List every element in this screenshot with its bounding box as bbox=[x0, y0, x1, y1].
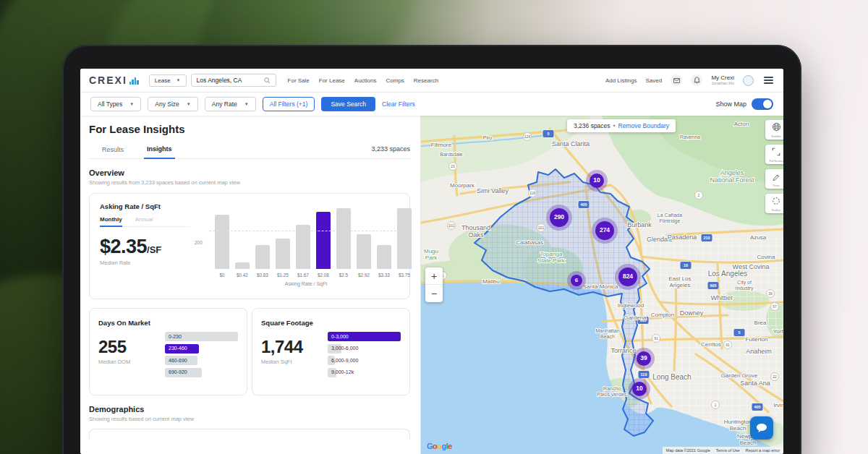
chat-button[interactable] bbox=[750, 416, 773, 440]
map-city-label: Yorba bbox=[773, 328, 783, 335]
tab-insights[interactable]: Insights bbox=[144, 145, 175, 159]
map-zoom-control: + − bbox=[425, 267, 443, 302]
map-city-label: Covina bbox=[757, 254, 775, 260]
filter-dropdown-all-types[interactable]: All Types▼ bbox=[90, 97, 141, 111]
location-search-input[interactable]: Los Angeles, CA bbox=[191, 74, 276, 87]
saved-link[interactable]: Saved bbox=[646, 77, 663, 84]
map-canvas[interactable]: 1265231181011014051221010605539579191105… bbox=[421, 116, 783, 454]
histogram-x-tick: $3.33 bbox=[377, 273, 391, 278]
messages-button[interactable] bbox=[671, 74, 682, 86]
map-tool-full-screen[interactable]: Full Screen bbox=[765, 145, 783, 164]
map-cluster-marker[interactable]: 274 bbox=[592, 218, 618, 244]
remove-boundary-link[interactable]: Remove Boundary bbox=[618, 122, 669, 129]
terms-of-use-link[interactable]: Terms of Use bbox=[716, 448, 740, 453]
shield-label: 57 bbox=[773, 304, 777, 309]
histogram-bar[interactable] bbox=[255, 245, 270, 269]
map-city-label: Calabasas bbox=[516, 239, 543, 246]
chevron-down-icon: ▼ bbox=[244, 102, 249, 106]
filter-label: Any Size bbox=[155, 100, 179, 108]
zoom-in-button[interactable]: + bbox=[425, 267, 443, 285]
median-dom-value: 255 bbox=[98, 337, 165, 357]
filter-label: Any Rate bbox=[212, 100, 237, 108]
median-sqft-value: 1,744 bbox=[261, 337, 328, 357]
map-city-label: Irvine bbox=[773, 402, 783, 408]
add-listings-link[interactable]: Add Listings bbox=[605, 77, 637, 84]
map-cluster-marker[interactable]: 10 bbox=[586, 170, 608, 192]
shield-label: 2 bbox=[698, 193, 700, 197]
browser-screen: CREXI Lease ▼ Los Angeles, CA For SaleFo… bbox=[80, 69, 783, 454]
map-city-label: East LosAngeles bbox=[668, 275, 691, 288]
histogram-bar[interactable] bbox=[296, 225, 310, 269]
filter-dropdown-any-rate[interactable]: Any Rate▼ bbox=[205, 97, 256, 111]
shield-label: 91 bbox=[654, 336, 658, 340]
histogram-x-tick: $1.25 bbox=[276, 273, 290, 278]
globe-icon bbox=[772, 121, 781, 134]
nav-link-auctions[interactable]: Auctions bbox=[354, 77, 377, 84]
median-rate-value: $2.35 bbox=[100, 236, 147, 257]
toggle-knob bbox=[763, 100, 772, 108]
map-cluster-marker[interactable]: 6 bbox=[567, 271, 586, 290]
map-cluster-marker[interactable]: 10 bbox=[629, 378, 650, 400]
distribution-label: 6,000-9,000 bbox=[331, 358, 358, 363]
save-search-button[interactable]: Save Search bbox=[321, 97, 375, 111]
zoom-out-button[interactable]: − bbox=[425, 285, 443, 302]
histogram-bar[interactable] bbox=[336, 208, 351, 269]
rate-period-tabs: MonthlyAnnual bbox=[100, 216, 190, 227]
rate-tab-monthly[interactable]: Monthly bbox=[100, 216, 122, 227]
distribution-label: 9,000-12k bbox=[331, 369, 354, 374]
shield-label: 405 bbox=[580, 202, 587, 207]
histogram-bar[interactable] bbox=[357, 234, 371, 269]
histogram-bar[interactable] bbox=[377, 245, 391, 269]
marker-count: 10 bbox=[636, 385, 643, 392]
map-tool-satellite[interactable]: Satellite bbox=[765, 120, 783, 140]
lease-dropdown[interactable]: Lease ▼ bbox=[149, 74, 187, 87]
distribution-row: 0-230 bbox=[165, 332, 238, 341]
pencil-icon bbox=[772, 171, 780, 184]
dom-title: Days On Market bbox=[98, 319, 165, 327]
map-cluster-marker[interactable]: 824 bbox=[615, 264, 641, 290]
map-cluster-marker[interactable]: 290 bbox=[546, 205, 572, 231]
nav-link-for-sale[interactable]: For Sale bbox=[288, 77, 310, 84]
distribution-label: 230-460 bbox=[169, 346, 187, 351]
nav-link-research[interactable]: Research bbox=[414, 77, 438, 84]
map-container[interactable]: 1265231181011014051221010605539579191105… bbox=[421, 116, 783, 454]
crexi-logo[interactable]: CREXI bbox=[89, 74, 139, 86]
map-tool-radius[interactable]: Radius bbox=[765, 194, 783, 213]
search-icon[interactable] bbox=[264, 77, 271, 84]
avatar[interactable] bbox=[743, 75, 754, 86]
marker-count: 274 bbox=[600, 226, 610, 234]
distribution-row: 460-690 bbox=[165, 356, 238, 365]
envelope-icon bbox=[673, 78, 680, 83]
map-cluster-marker[interactable]: 39 bbox=[633, 348, 655, 369]
report-error-link[interactable]: Report a map error bbox=[746, 448, 780, 453]
map-tool-draw[interactable]: Draw bbox=[765, 169, 783, 189]
map-city-label: Azusa bbox=[750, 234, 767, 241]
distribution-row: 9,000-12k bbox=[328, 368, 401, 377]
tab-results[interactable]: Results bbox=[99, 146, 127, 158]
clear-filters-link[interactable]: Clear Filters bbox=[382, 100, 415, 108]
median-sqft-label: Median SqFt bbox=[261, 359, 328, 365]
show-map-toggle[interactable] bbox=[752, 98, 773, 110]
histogram-bar[interactable] bbox=[276, 239, 290, 270]
histogram-bar[interactable] bbox=[235, 262, 250, 269]
shield-label: 5 bbox=[547, 132, 549, 136]
my-crexi-menu[interactable]: My Crexi Jonathan Mo bbox=[711, 75, 734, 86]
overview-title: Overview bbox=[89, 168, 410, 177]
map-city-label: La CañadaFlintridge bbox=[658, 213, 682, 224]
filter-dropdown-any-size[interactable]: Any Size▼ bbox=[148, 97, 198, 111]
google-logo[interactable]: Google bbox=[427, 442, 452, 450]
hamburger-menu-icon[interactable] bbox=[762, 75, 775, 85]
histogram-bar[interactable] bbox=[316, 212, 331, 269]
boundary-chip[interactable]: 3,236 spaces • Remove Boundary bbox=[567, 119, 676, 132]
nav-link-comps[interactable]: Comps bbox=[386, 77, 404, 84]
distribution-label: 3,000-6,000 bbox=[331, 346, 358, 351]
map-city-label: Compton bbox=[651, 312, 674, 318]
map-city-label: TopangaState Park bbox=[537, 251, 565, 264]
notifications-button[interactable] bbox=[691, 74, 702, 86]
histogram-bar[interactable] bbox=[215, 215, 229, 269]
median-dom-label: Median DOM bbox=[98, 359, 165, 365]
all-filters-button[interactable]: All Filters (+1) bbox=[263, 97, 315, 111]
rate-tab-annual[interactable]: Annual bbox=[135, 216, 153, 226]
nav-link-for-lease[interactable]: For Lease bbox=[319, 77, 345, 84]
histogram-bar[interactable] bbox=[397, 208, 412, 269]
